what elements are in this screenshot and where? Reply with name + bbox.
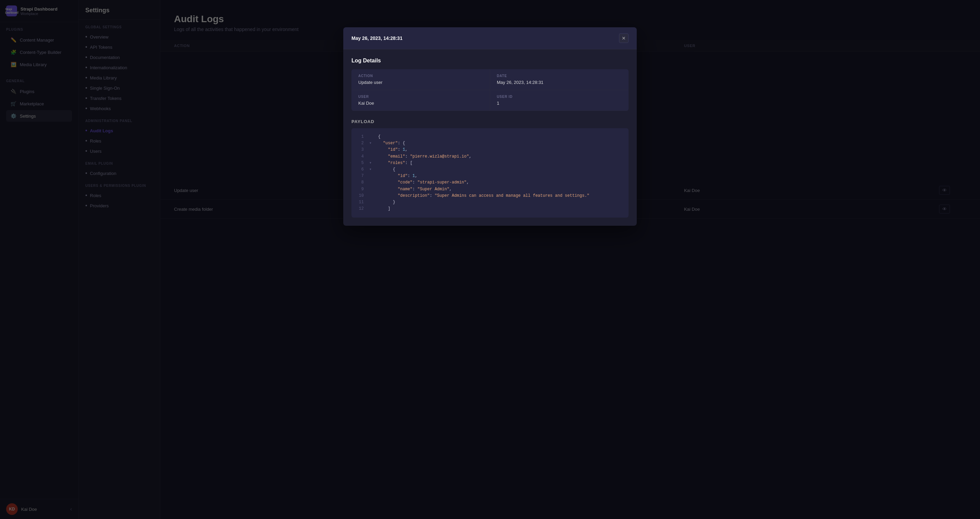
code-line: 11 } [357,199,623,206]
detail-user-id: USER ID 1 [490,90,628,111]
code-line: 7 "id": 1, [357,173,623,179]
modal-overlay: May 26, 2023, 14:28:31 ✕ Log Details ACT… [161,0,980,519]
code-line: 12 ] [357,206,623,212]
log-details-title: Log Details [352,58,628,64]
code-line: 8 "code": "strapi-super-admin", [357,179,623,186]
payload-code-block: 1 { 2 ▾ "user": { 3 "id": 1, [352,128,628,217]
code-line: 6 ▾ { [357,167,623,173]
code-line: 10 "description": "Super Admins can acce… [357,193,623,199]
detail-action: ACTION Update user [352,69,490,90]
user-label: USER [358,95,483,98]
log-details-grid: ACTION Update user DATE May 26, 2023, 14… [352,69,628,111]
payload-title: Payload [352,119,628,124]
detail-user: USER Kai Doe [352,90,490,111]
detail-date: DATE May 26, 2023, 14:28:31 [490,69,628,90]
main-content: Audit Logs Logs of all the activities th… [161,0,980,519]
code-line: 5 ▾ "roles": [ [357,160,623,167]
date-value: May 26, 2023, 14:28:31 [497,80,622,85]
user-value: Kai Doe [358,101,483,106]
code-line: 3 "id": 1, [357,147,623,153]
user-id-value: 1 [497,101,622,106]
modal-header: May 26, 2023, 14:28:31 ✕ [343,27,637,49]
code-line: 4 "email": "pierre.wizla@strapi.io", [357,154,623,160]
action-value: Update user [358,80,483,85]
log-detail-modal: May 26, 2023, 14:28:31 ✕ Log Details ACT… [343,27,637,226]
code-line: 9 "name": "Super Admin", [357,186,623,193]
code-line: 2 ▾ "user": { [357,140,623,147]
modal-close-button[interactable]: ✕ [619,33,628,43]
modal-date: May 26, 2023, 14:28:31 [352,35,402,41]
date-label: DATE [497,74,622,78]
close-icon: ✕ [622,35,626,41]
modal-body: Log Details ACTION Update user DATE May … [343,49,637,226]
code-line: 1 { [357,134,623,140]
user-id-label: USER ID [497,95,622,98]
action-label: ACTION [358,74,483,78]
